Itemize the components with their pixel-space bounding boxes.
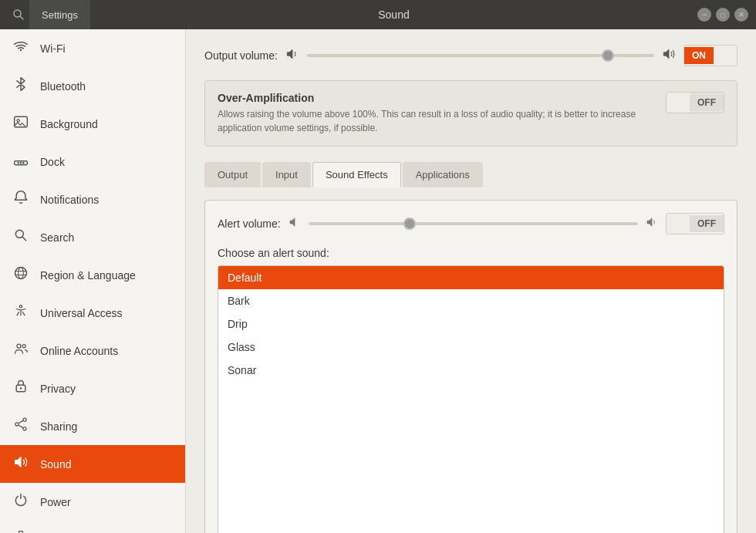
alert-volume-toggle[interactable]: OFF	[666, 213, 724, 234]
sidebar-item-network[interactable]: Network	[0, 521, 185, 533]
sidebar-label-power: Power	[40, 496, 173, 508]
window-controls: − □ ×	[697, 8, 748, 22]
tab-input[interactable]: Input	[262, 162, 311, 187]
over-amp-title: Over-Amplification	[218, 92, 653, 104]
titlebar-search-btn[interactable]	[8, 4, 29, 25]
output-volume-toggle[interactable]: ON	[683, 45, 737, 66]
svg-line-23	[19, 425, 23, 427]
alert-volume-label: Alert volume:	[218, 218, 281, 230]
sidebar-item-universal-access[interactable]: Universal Access	[0, 294, 185, 332]
sidebar-label-sharing: Sharing	[40, 420, 173, 433]
universal-access-icon	[12, 303, 29, 322]
sidebar-item-sharing[interactable]: Sharing	[0, 407, 185, 445]
alert-volume-high-icon	[646, 216, 658, 231]
toggle-off-label[interactable]: OFF	[690, 94, 724, 111]
minimize-button[interactable]: −	[697, 8, 711, 22]
alert-volume-row: Alert volume: OFF	[218, 213, 724, 234]
sidebar-label-region: Region & Language	[40, 269, 173, 282]
power-icon	[12, 492, 29, 511]
sidebar-label-online-accounts: Online Accounts	[40, 345, 173, 357]
main-layout: Wi-Fi Bluetooth Background	[0, 29, 756, 533]
sidebar-item-search[interactable]: Search	[0, 218, 185, 256]
search-sidebar-icon	[12, 228, 29, 247]
sidebar-label-dock: Dock	[40, 156, 173, 168]
svg-point-10	[15, 268, 27, 279]
sidebar-label-privacy: Privacy	[40, 383, 173, 395]
sharing-icon	[12, 417, 29, 436]
sidebar-item-bluetooth[interactable]: Bluetooth	[0, 67, 185, 105]
tab-output[interactable]: Output	[204, 162, 261, 187]
svg-point-20	[23, 427, 26, 430]
content-area: Output volume: ON	[186, 29, 756, 533]
online-accounts-icon	[12, 341, 29, 360]
svg-line-9	[22, 237, 26, 241]
output-volume-row: Output volume: ON	[204, 45, 737, 66]
notifications-icon	[12, 190, 29, 209]
sidebar-label-background: Background	[40, 118, 173, 130]
svg-point-6	[20, 162, 22, 164]
over-amp-text: Over-Amplification Allows raising the vo…	[218, 92, 653, 135]
over-amplification-box: Over-Amplification Allows raising the vo…	[204, 80, 737, 147]
volume-low-icon	[285, 47, 299, 64]
titlebar-page-title: Sound	[90, 8, 697, 21]
alert-volume-slider[interactable]	[309, 222, 638, 225]
svg-rect-2	[15, 116, 28, 127]
output-volume-slider-container	[307, 54, 654, 57]
svg-point-3	[17, 120, 19, 122]
over-amp-desc: Allows raising the volume above 100%. Th…	[218, 107, 653, 135]
choose-alert-label: Choose an alert sound:	[218, 247, 724, 259]
sidebar-item-region[interactable]: Region & Language	[0, 256, 185, 294]
sidebar-item-power[interactable]: Power	[0, 483, 185, 521]
sidebar: Wi-Fi Bluetooth Background	[0, 29, 186, 533]
toggle-on-label[interactable]: ON	[684, 47, 714, 64]
alert-sound-bark[interactable]: Bark	[218, 289, 724, 312]
sidebar-label-wifi: Wi-Fi	[40, 42, 173, 55]
sidebar-item-dock[interactable]: Dock	[0, 143, 185, 180]
svg-point-7	[22, 162, 25, 164]
sidebar-item-notifications[interactable]: Notifications	[0, 180, 185, 218]
sidebar-item-privacy[interactable]: Privacy	[0, 369, 185, 407]
dock-icon	[12, 152, 29, 171]
network-icon	[12, 530, 29, 533]
svg-line-1	[20, 16, 23, 19]
alert-sound-default[interactable]: Default	[218, 266, 724, 289]
alert-volume-low-icon	[289, 216, 301, 231]
svg-point-19	[23, 418, 26, 421]
bluetooth-icon	[12, 76, 29, 96]
svg-point-11	[19, 268, 24, 279]
svg-point-14	[19, 305, 22, 308]
volume-high-icon	[662, 47, 676, 64]
sidebar-item-sound[interactable]: Sound	[0, 445, 185, 483]
tab-applications[interactable]: Applications	[403, 162, 483, 187]
svg-line-22	[19, 420, 23, 423]
output-volume-label: Output volume:	[204, 49, 278, 62]
titlebar-app-name: Settings	[29, 0, 90, 29]
sidebar-label-notifications: Notifications	[40, 194, 173, 206]
sidebar-item-background[interactable]: Background	[0, 105, 185, 143]
sidebar-label-sound: Sound	[40, 458, 173, 471]
over-amp-toggle[interactable]: OFF	[666, 92, 724, 113]
sidebar-item-online-accounts[interactable]: Online Accounts	[0, 332, 185, 369]
maximize-button[interactable]: □	[716, 8, 730, 22]
sound-icon	[12, 454, 29, 474]
alert-toggle-left-empty	[667, 213, 690, 234]
svg-point-15	[17, 344, 21, 348]
svg-point-5	[17, 162, 19, 164]
svg-point-18	[20, 387, 22, 390]
tab-sound-effects[interactable]: Sound Effects	[312, 162, 401, 187]
alert-sound-drip[interactable]: Drip	[218, 312, 724, 336]
alert-volume-slider-container	[309, 222, 638, 225]
sidebar-item-wifi[interactable]: Wi-Fi	[0, 29, 185, 67]
tabs-bar: Output Input Sound Effects Applications	[204, 162, 737, 187]
region-icon	[12, 265, 29, 285]
sidebar-label-bluetooth: Bluetooth	[40, 80, 173, 93]
alert-sound-glass[interactable]: Glass	[218, 336, 724, 359]
close-button[interactable]: ×	[734, 8, 748, 22]
wifi-icon	[12, 39, 29, 58]
svg-point-16	[22, 345, 25, 348]
alert-toggle-off-label[interactable]: OFF	[690, 215, 724, 232]
sound-effects-panel: Alert volume: OFF	[204, 200, 737, 533]
output-volume-slider[interactable]	[307, 54, 654, 57]
alert-sound-sonar[interactable]: Sonar	[218, 359, 724, 382]
svg-point-21	[15, 423, 19, 426]
